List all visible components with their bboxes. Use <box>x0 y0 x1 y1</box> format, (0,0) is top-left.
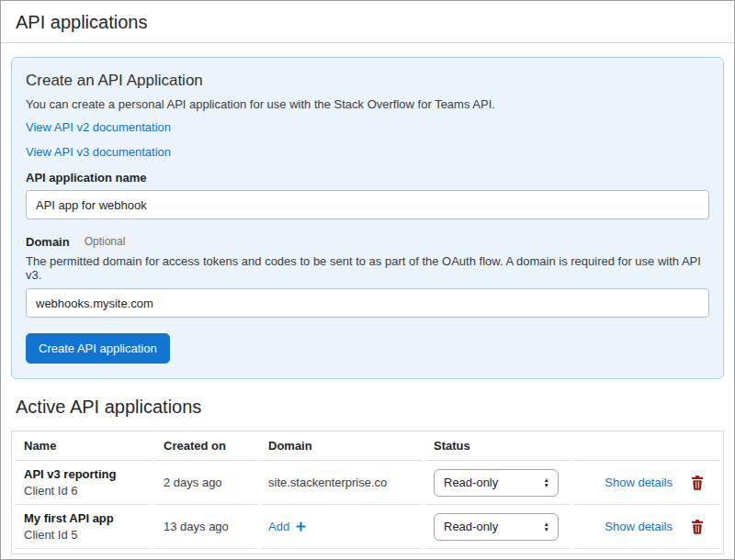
active-applications-table: Name Created on Domain Status API v3 rep… <box>11 431 724 554</box>
add-domain-label: Add <box>268 520 289 533</box>
delete-application-button[interactable] <box>691 476 704 490</box>
page-title: API applications <box>16 12 719 33</box>
create-panel-description: You can create a personal API applicatio… <box>26 97 709 111</box>
status-select[interactable]: Read-only ▲▼ <box>434 469 559 497</box>
select-arrows-icon: ▲▼ <box>544 521 549 532</box>
table-header-row: Name Created on Domain Status <box>16 431 719 461</box>
api-v3-docs-link[interactable]: View API v3 documentation <box>26 145 709 159</box>
optional-badge: Optional <box>78 233 132 250</box>
column-header-created: Created on <box>155 431 256 461</box>
delete-application-button[interactable] <box>691 520 704 534</box>
created-on-value: 13 days ago <box>155 505 256 549</box>
trash-icon <box>691 520 704 534</box>
select-arrows-icon: ▲▼ <box>544 477 549 487</box>
app-name: My first API app <box>24 510 143 527</box>
domain-value: site.stackenterprise.co <box>260 461 422 505</box>
show-details-link[interactable]: Show details <box>605 476 673 489</box>
trash-icon <box>691 476 704 490</box>
column-header-name: Name <box>16 431 152 461</box>
active-applications-title: Active API applications <box>16 397 719 418</box>
plus-icon <box>295 521 307 532</box>
client-id: Client Id 5 <box>24 527 143 543</box>
create-api-application-button[interactable]: Create API application <box>26 333 170 364</box>
client-id: Client Id 6 <box>24 483 143 499</box>
api-applications-page: API applications Create an API Applicati… <box>0 0 735 560</box>
domain-label: Domain <box>26 235 70 249</box>
create-api-panel: Create an API Application You can create… <box>11 57 724 379</box>
app-name-label: API application name <box>26 171 709 185</box>
created-on-value: 2 days ago <box>155 461 256 505</box>
status-select[interactable]: Read-only ▲▼ <box>434 513 559 541</box>
column-header-status: Status <box>425 431 571 461</box>
api-v2-docs-link[interactable]: View API v2 documentation <box>26 120 709 134</box>
status-select-value: Read-only <box>444 520 498 533</box>
app-name: API v3 reporting <box>24 466 143 483</box>
domain-label-row: Domain Optional <box>26 233 709 250</box>
app-name-input[interactable] <box>26 190 709 219</box>
table-row: API v3 reporting Client Id 6 2 days ago … <box>16 461 719 505</box>
domain-input[interactable] <box>26 288 709 318</box>
status-select-value: Read-only <box>444 476 498 489</box>
table-row: My first API app Client Id 5 13 days ago… <box>16 505 719 549</box>
show-details-link[interactable]: Show details <box>605 520 673 533</box>
create-panel-title: Create an API Application <box>26 72 709 90</box>
add-domain-link[interactable]: Add <box>268 520 307 533</box>
title-divider <box>1 42 734 43</box>
domain-help-text: The permitted domain for access tokens a… <box>26 254 709 282</box>
column-header-actions <box>574 431 719 461</box>
column-header-domain: Domain <box>260 431 422 461</box>
